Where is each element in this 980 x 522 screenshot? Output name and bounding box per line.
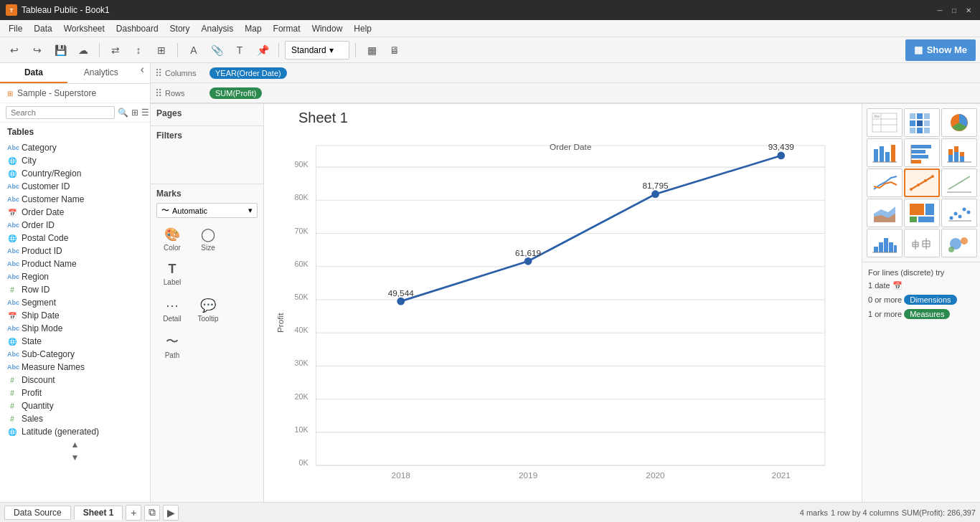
field-item[interactable]: #Sales <box>0 412 150 425</box>
field-item[interactable]: AbcProduct ID <box>0 245 150 257</box>
field-item[interactable]: AbcOrder ID <box>0 219 150 232</box>
field-item[interactable]: 🌐Postal Code <box>0 232 150 245</box>
sm-box-plot[interactable] <box>904 229 940 257</box>
sm-text-tables[interactable]: Abc <box>867 108 903 137</box>
size-mark-btn[interactable]: ◯ Size <box>192 224 224 255</box>
svg-rect-47 <box>880 146 884 162</box>
sm-histogram[interactable] <box>867 229 903 257</box>
field-item[interactable]: AbcCustomer Name <box>0 193 150 206</box>
tab-data[interactable]: Data <box>0 63 67 83</box>
toolbar-pin[interactable]: 📌 <box>253 40 273 60</box>
toolbar-sort[interactable]: ↕ <box>128 40 149 60</box>
field-item[interactable]: AbcCategory <box>0 141 150 154</box>
datasource-icon: ⊞ <box>7 90 13 98</box>
datapoint-2019[interactable] <box>524 257 532 265</box>
menu-window[interactable]: Window <box>306 20 349 37</box>
left-panel-collapse[interactable]: ‹ <box>135 63 150 83</box>
toolbar-group[interactable]: ⊞ <box>151 40 171 60</box>
sm-bar-chart[interactable] <box>867 138 903 167</box>
minimize-btn[interactable]: ─ <box>934 4 946 16</box>
columns-text: Columns <box>165 69 196 77</box>
sm-heat-map[interactable] <box>904 108 940 137</box>
menu-format[interactable]: Format <box>268 20 306 37</box>
duplicate-sheet-btn[interactable]: ⧉ <box>144 505 160 521</box>
menu-data[interactable]: Data <box>28 20 57 37</box>
field-item[interactable]: 📅Ship Date <box>0 309 150 322</box>
field-item[interactable]: 📅Order Date <box>0 206 150 219</box>
menu-analysis[interactable]: Analysis <box>196 20 240 37</box>
field-item[interactable]: 🌐State <box>0 335 150 348</box>
columns-pill[interactable]: YEAR(Order Date) <box>209 67 287 79</box>
close-btn[interactable]: ✕ <box>963 4 974 16</box>
marks-type-dropdown[interactable]: 〜 Automatic ▾ <box>156 203 258 218</box>
sm-line-chart-active[interactable] <box>904 169 940 197</box>
sm-scatter[interactable] <box>941 199 977 227</box>
field-item[interactable]: AbcCustomer ID <box>0 180 150 193</box>
tab-analytics[interactable]: Analytics <box>67 63 135 83</box>
svg-text:80K: 80K <box>295 193 309 201</box>
toolbar-device[interactable]: 🖥 <box>385 40 405 60</box>
sheet1-tab[interactable]: Sheet 1 <box>74 506 123 520</box>
field-scroll-up[interactable]: ▲ <box>0 438 150 451</box>
toolbar-annotation[interactable]: 📎 <box>207 40 227 60</box>
toolbar-save[interactable]: 💾 <box>50 40 70 60</box>
field-item[interactable]: #Quantity <box>0 399 150 412</box>
sm-horiz-bar[interactable] <box>904 138 940 167</box>
menu-help[interactable]: Help <box>348 20 377 37</box>
field-item[interactable]: AbcProduct Name <box>0 257 150 270</box>
menu-story[interactable]: Story <box>164 20 196 37</box>
toolbar-undo[interactable]: ↩ <box>4 40 24 60</box>
datapoint-2020[interactable] <box>651 190 659 198</box>
chart-container[interactable]: Profit 0K 10K 20K 30K 40K 50K 60K 70K 80… <box>270 129 856 501</box>
field-item[interactable]: AbcSub-Category <box>0 348 150 361</box>
toolbar-redo[interactable]: ↪ <box>27 40 47 60</box>
add-sheet-btn[interactable]: + <box>126 505 141 521</box>
sm-line-chart[interactable] <box>867 169 903 197</box>
tooltip-mark-btn[interactable]: 💬 Tooltip <box>192 295 224 326</box>
label-mark-btn[interactable]: T Label <box>156 259 188 289</box>
field-item[interactable]: #Discount <box>0 374 150 386</box>
field-item[interactable]: #Profit <box>0 386 150 399</box>
field-item[interactable]: #Row ID <box>0 283 150 296</box>
menu-file[interactable]: File <box>3 20 28 37</box>
field-scroll-down[interactable]: ▼ <box>0 451 150 464</box>
more-sheets-btn[interactable]: ▶ <box>163 505 179 521</box>
toolbar-present[interactable]: ▦ <box>362 40 382 60</box>
filter-icon[interactable]: ⊞ <box>131 108 138 118</box>
maximize-btn[interactable]: □ <box>948 4 960 16</box>
sm-treemap[interactable] <box>904 199 940 227</box>
sm-area-chart2[interactable] <box>867 199 903 227</box>
datapoint-2018[interactable] <box>397 298 405 305</box>
toolbar-publish[interactable]: ☁ <box>73 40 93 60</box>
rows-pill[interactable]: SUM(Profit) <box>209 87 262 99</box>
sm-stacked-bar[interactable] <box>941 138 977 167</box>
sm-pie-chart[interactable] <box>941 108 977 137</box>
standard-dropdown[interactable]: Standard ▾ <box>285 41 349 60</box>
detail-mark-btn[interactable]: ⋯ Detail <box>156 295 188 326</box>
data-source-tab[interactable]: Data Source <box>4 506 71 520</box>
show-me-button[interactable]: ▦ Show Me <box>905 39 976 61</box>
search-input[interactable] <box>6 106 115 119</box>
sm-area-chart[interactable] <box>941 169 977 197</box>
view-icon[interactable]: ☰ <box>141 108 149 118</box>
field-item[interactable]: 🌐City <box>0 154 150 167</box>
menu-map[interactable]: Map <box>239 20 267 37</box>
toolbar-swap[interactable]: ⇄ <box>105 40 126 60</box>
field-item[interactable]: AbcShip Mode <box>0 322 150 335</box>
field-item[interactable]: AbcMeasure Names <box>0 361 150 374</box>
dimensions-badge[interactable]: Dimensions <box>904 295 956 305</box>
color-mark-btn[interactable]: 🎨 Color <box>156 224 188 255</box>
field-item[interactable]: 🌐Country/Region <box>0 167 150 180</box>
menu-dashboard[interactable]: Dashboard <box>110 20 164 37</box>
toolbar-text[interactable]: T <box>230 40 250 60</box>
search-icon[interactable]: 🔍 <box>118 108 128 118</box>
measures-badge[interactable]: Measures <box>904 309 950 319</box>
menu-worksheet[interactable]: Worksheet <box>58 20 110 37</box>
field-item[interactable]: AbcSegment <box>0 296 150 309</box>
path-mark-btn[interactable]: 〜 Path <box>156 330 188 362</box>
datapoint-2021[interactable] <box>777 152 785 160</box>
field-item[interactable]: AbcRegion <box>0 270 150 283</box>
sm-bubble[interactable] <box>941 229 977 257</box>
field-item[interactable]: 🌐Latitude (generated) <box>0 425 150 438</box>
toolbar-label[interactable]: A <box>184 40 204 60</box>
